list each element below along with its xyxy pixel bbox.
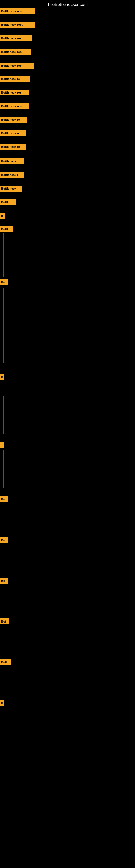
bottleneck-bar: Bottleneck re	[0, 76, 30, 82]
bottleneck-bar: Bott	[0, 659, 11, 665]
bottleneck-bar: Bot	[0, 618, 9, 624]
bottleneck-bar	[0, 442, 4, 448]
bottleneck-bar: Bottleneck re	[0, 117, 27, 123]
vertical-line	[3, 233, 4, 277]
bottleneck-bar: Bottleneck r	[0, 172, 24, 178]
bottleneck-bar: Bottleneck resu	[0, 22, 35, 28]
bottleneck-bar: Bottleneck re	[0, 144, 26, 150]
bottleneck-bar: Bottleneck res	[0, 35, 32, 41]
bottleneck-bar: Bo	[0, 578, 8, 584]
bottleneck-bar: Bottleneck res	[0, 63, 34, 69]
bottleneck-bar: Bo	[0, 537, 8, 543]
bottleneck-bar: Bottleneck res	[0, 103, 29, 109]
bottleneck-bar: Bottleneck resu	[0, 8, 35, 14]
bottleneck-bar: Bo	[0, 279, 8, 285]
bottleneck-bar: Bottleneck res	[0, 49, 31, 55]
bottleneck-bar: B	[0, 374, 4, 380]
bottleneck-bar: Bottleneck re	[0, 130, 27, 136]
vertical-line	[3, 287, 4, 364]
bottleneck-bar: B	[0, 700, 4, 706]
bottleneck-bar: Bottl	[0, 226, 13, 232]
vertical-line	[3, 396, 4, 434]
site-title: TheBottlenecker.com	[0, 0, 135, 9]
bottleneck-bar: Bo	[0, 496, 8, 502]
bottleneck-bar: Bottleneck	[0, 186, 22, 191]
bottleneck-bar: Bottleneck	[0, 158, 24, 164]
bottleneck-bar: B	[0, 213, 5, 219]
bottleneck-bar: Bottleneck res	[0, 90, 29, 95]
vertical-line	[3, 450, 4, 488]
bottleneck-bar: Bottlen	[0, 199, 16, 205]
